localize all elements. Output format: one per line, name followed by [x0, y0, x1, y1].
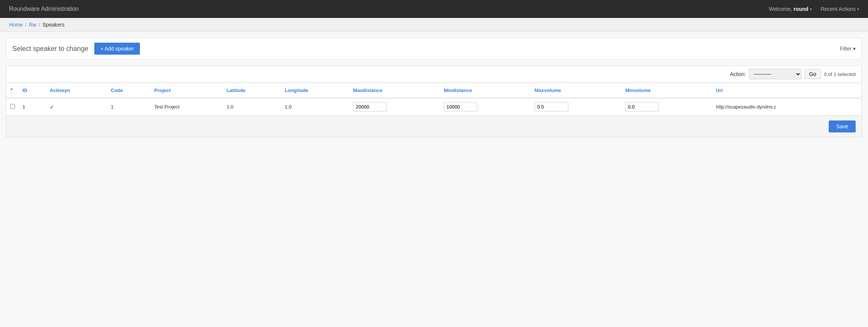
user-name: round: [794, 6, 809, 12]
col-maxdistance[interactable]: Maxdistance: [349, 83, 440, 98]
action-label: Action:: [730, 71, 746, 77]
breadcrumb-home[interactable]: Home: [9, 22, 23, 28]
row-mindistance-cell[interactable]: [440, 98, 531, 116]
breadcrumb-current: Speakers: [42, 22, 64, 28]
row-maxvolume-cell[interactable]: [531, 98, 621, 116]
filter-chevron-icon: ▾: [853, 46, 856, 52]
col-uri[interactable]: Uri: [712, 83, 862, 98]
row-minvolume-cell[interactable]: [621, 98, 712, 116]
breadcrumb-sep-1: /: [25, 22, 27, 28]
row-checkbox[interactable]: [10, 104, 15, 109]
recent-actions-label: Recent Actions: [821, 6, 856, 12]
filter-button[interactable]: Filter ▾: [840, 46, 856, 52]
save-button[interactable]: Save: [829, 120, 856, 132]
bulk-action-row: Action: ---------- Go 0 of 1 selected: [6, 66, 862, 83]
bulk-action-select[interactable]: ----------: [749, 69, 801, 79]
recent-actions-chevron-icon: ▾: [857, 7, 859, 11]
filter-label: Filter: [840, 46, 852, 52]
row-latitude-cell: 1.0: [223, 98, 281, 116]
col-longitude[interactable]: Longitude: [281, 83, 349, 98]
maxvolume-input[interactable]: [535, 102, 568, 111]
row-id-link[interactable]: 1: [22, 104, 25, 110]
row-uri-cell: http://scapesaudio.dyndns.c: [712, 98, 862, 116]
mindistance-input[interactable]: [444, 102, 477, 111]
select-all-col[interactable]: ✕ ↑: [6, 83, 19, 98]
footer-bar: Save: [6, 116, 862, 137]
page-title: Select speaker to change: [12, 45, 88, 53]
col-id[interactable]: ID: [19, 83, 46, 98]
row-checkbox-cell[interactable]: [6, 98, 19, 116]
selected-count: 0 of 1 selected: [824, 71, 856, 77]
activeyn-check-icon: ✓: [50, 104, 54, 110]
breadcrumb-sep-2: /: [39, 22, 40, 28]
row-activeyn-cell: ✓: [46, 98, 107, 116]
header-right: Welcome, round ▾ Recent Actions ▾: [769, 6, 859, 12]
table-header-row: ✕ ↑ ID Activeyn Code Project Latitude Lo…: [6, 83, 862, 98]
minvolume-input[interactable]: [625, 102, 659, 111]
maxdistance-input[interactable]: [353, 102, 387, 111]
table-section: Action: ---------- Go 0 of 1 selected ✕ …: [6, 65, 862, 116]
user-chevron-icon: ▾: [810, 7, 812, 11]
row-project-cell: Test Project: [150, 98, 223, 116]
table-row: 1 ✓ 1 Test Project 1.0 1.0 http://scapes…: [6, 98, 862, 116]
row-maxdistance-cell[interactable]: [349, 98, 440, 116]
welcome-label: Welcome,: [769, 6, 792, 12]
main-content: Select speaker to change + Add speaker F…: [0, 32, 868, 137]
action-bar-left: Select speaker to change + Add speaker: [12, 43, 140, 55]
breadcrumb-section[interactable]: Rw: [29, 22, 36, 28]
speakers-table: ✕ ↑ ID Activeyn Code Project Latitude Lo…: [6, 83, 862, 116]
row-code-cell: 1: [107, 98, 150, 116]
col-maxvolume[interactable]: Maxvolume: [531, 83, 621, 98]
col-activeyn[interactable]: Activeyn: [46, 83, 107, 98]
sort-icons-id: ✕ ↑: [10, 88, 13, 95]
action-bar: Select speaker to change + Add speaker F…: [6, 38, 862, 59]
add-speaker-button[interactable]: + Add speaker: [94, 43, 140, 55]
row-longitude-cell: 1.0: [281, 98, 349, 116]
col-minvolume[interactable]: Minvolume: [621, 83, 712, 98]
user-menu[interactable]: Welcome, round ▾: [769, 6, 812, 12]
col-project[interactable]: Project: [150, 83, 223, 98]
row-id-cell: 1: [19, 98, 46, 116]
breadcrumb: Home / Rw / Speakers: [0, 18, 868, 32]
header: Roundware Administration Welcome, round …: [0, 0, 868, 18]
recent-actions-menu[interactable]: Recent Actions ▾: [821, 6, 859, 12]
col-code[interactable]: Code: [107, 83, 150, 98]
go-button[interactable]: Go: [804, 69, 821, 79]
col-latitude[interactable]: Latitude: [223, 83, 281, 98]
col-mindistance[interactable]: Mindistance: [440, 83, 531, 98]
app-title: Roundware Administration: [9, 6, 79, 12]
